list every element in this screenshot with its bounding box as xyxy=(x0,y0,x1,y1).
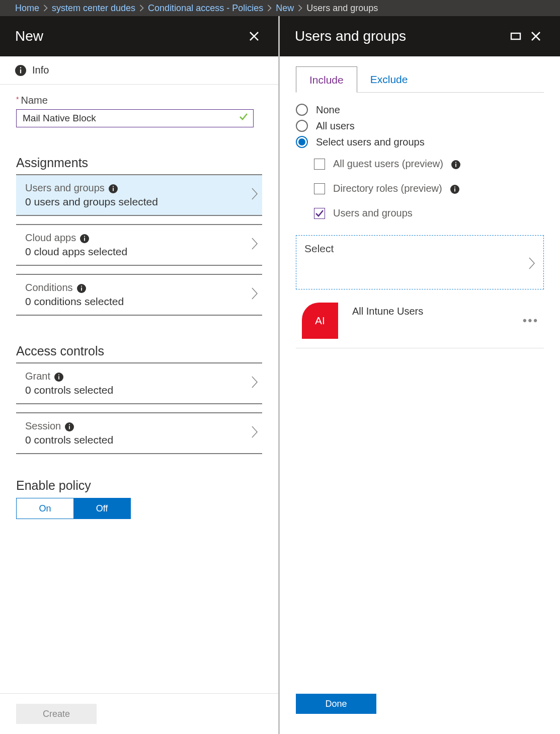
svg-rect-24 xyxy=(454,186,455,187)
info-icon[interactable] xyxy=(109,184,118,193)
setting-subtitle: 0 controls selected xyxy=(25,384,251,396)
radio-select-users-groups[interactable]: Select users and groups xyxy=(296,136,544,148)
radio-all-users[interactable]: All users xyxy=(296,120,544,132)
blade-users-and-groups: Users and groups Include Exclude None xyxy=(280,16,560,734)
chevron-right-icon xyxy=(251,425,258,441)
setting-subtitle: 0 controls selected xyxy=(25,434,251,446)
info-bar[interactable]: Info xyxy=(0,56,278,85)
select-box[interactable]: Select xyxy=(296,235,544,289)
breadcrumb: Home system center dudes Conditional acc… xyxy=(0,0,560,16)
name-input[interactable] xyxy=(16,109,254,127)
info-icon[interactable] xyxy=(80,234,89,243)
check-users-and-groups[interactable]: Users and groups xyxy=(314,207,544,219)
setting-conditions[interactable]: Conditions 0 conditions selected xyxy=(16,274,262,316)
chevron-right-icon xyxy=(139,5,144,12)
setting-title: Cloud apps xyxy=(25,232,76,244)
setting-session[interactable]: Session 0 controls selected xyxy=(16,412,262,454)
svg-rect-17 xyxy=(69,424,70,425)
radio-icon xyxy=(296,104,308,116)
blade-title: Users and groups xyxy=(295,28,507,44)
svg-rect-21 xyxy=(455,162,456,163)
svg-rect-5 xyxy=(113,186,114,187)
setting-cloud-apps[interactable]: Cloud apps 0 cloud apps selected xyxy=(16,224,262,266)
svg-rect-1 xyxy=(20,69,21,73)
info-icon[interactable] xyxy=(54,373,63,382)
breadcrumb-conditional-access[interactable]: Conditional access - Policies xyxy=(148,3,263,14)
avatar: AI xyxy=(302,303,338,339)
setting-grant[interactable]: Grant 0 controls selected xyxy=(16,363,262,404)
info-icon xyxy=(15,65,26,76)
more-icon[interactable]: ••• xyxy=(523,314,542,327)
radio-label: All users xyxy=(316,120,355,132)
check-label: All guest users (preview) xyxy=(333,158,443,170)
blade-header-users-groups: Users and groups xyxy=(280,16,560,56)
select-label: Select xyxy=(304,243,528,255)
setting-subtitle: 0 cloud apps selected xyxy=(25,246,251,258)
checkbox-icon xyxy=(314,159,325,170)
svg-rect-2 xyxy=(20,67,21,68)
checkbox-icon xyxy=(314,183,325,194)
svg-rect-20 xyxy=(455,164,456,167)
info-icon[interactable] xyxy=(451,160,460,169)
close-icon[interactable] xyxy=(527,27,545,45)
access-controls-heading: Access controls xyxy=(16,344,262,358)
breadcrumb-home[interactable]: Home xyxy=(15,3,39,14)
setting-title: Grant xyxy=(25,371,50,382)
maximize-icon[interactable] xyxy=(507,27,525,45)
info-icon[interactable] xyxy=(450,185,459,194)
chevron-right-icon xyxy=(251,287,258,303)
create-button[interactable]: Create xyxy=(16,704,97,724)
check-label: Users and groups xyxy=(333,207,413,219)
blade-title: New xyxy=(15,28,245,44)
svg-rect-23 xyxy=(454,188,455,191)
radio-none[interactable]: None xyxy=(296,104,544,116)
svg-rect-11 xyxy=(81,285,82,286)
tab-include[interactable]: Include xyxy=(296,66,357,93)
svg-rect-8 xyxy=(84,236,85,237)
svg-rect-10 xyxy=(81,287,82,290)
chevron-right-icon xyxy=(251,376,258,391)
svg-rect-18 xyxy=(511,33,520,39)
radio-icon xyxy=(296,136,308,148)
svg-rect-13 xyxy=(58,376,59,379)
tab-exclude[interactable]: Exclude xyxy=(357,66,421,93)
chevron-right-icon xyxy=(528,257,535,272)
setting-subtitle: 0 users and groups selected xyxy=(25,196,251,208)
setting-title: Conditions xyxy=(25,282,73,293)
info-icon[interactable] xyxy=(77,284,86,293)
blade-new: New Info *Name Assignments xyxy=(0,16,280,734)
enable-policy-toggle[interactable]: On Off xyxy=(16,498,131,519)
assignments-heading: Assignments xyxy=(16,156,262,170)
setting-users-and-groups[interactable]: Users and groups 0 users and groups sele… xyxy=(16,175,262,216)
chevron-right-icon xyxy=(251,237,258,253)
check-label: Directory roles (preview) xyxy=(333,183,442,194)
toggle-off[interactable]: Off xyxy=(73,498,130,519)
chevron-right-icon xyxy=(298,5,302,12)
close-icon[interactable] xyxy=(245,27,263,45)
done-button[interactable]: Done xyxy=(296,694,376,714)
svg-rect-7 xyxy=(84,238,85,241)
check-directory-roles[interactable]: Directory roles (preview) xyxy=(314,183,544,194)
setting-subtitle: 0 conditions selected xyxy=(25,296,251,308)
name-label: *Name xyxy=(16,95,262,106)
chevron-right-icon xyxy=(43,5,48,12)
svg-rect-16 xyxy=(69,426,70,429)
check-all-guest-users[interactable]: All guest users (preview) xyxy=(314,158,544,170)
group-row[interactable]: AI All Intune Users ••• xyxy=(296,297,544,348)
enable-policy-heading: Enable policy xyxy=(16,478,262,493)
toggle-on[interactable]: On xyxy=(17,498,73,519)
svg-rect-14 xyxy=(58,374,59,375)
required-icon: * xyxy=(16,95,19,103)
checkbox-icon xyxy=(314,208,325,219)
chevron-right-icon xyxy=(251,187,258,203)
info-icon[interactable] xyxy=(65,422,74,431)
group-name: All Intune Users xyxy=(352,303,509,317)
breadcrumb-system-center-dudes[interactable]: system center dudes xyxy=(52,3,135,14)
radio-icon xyxy=(296,120,308,132)
breadcrumb-new[interactable]: New xyxy=(276,3,294,14)
svg-rect-4 xyxy=(113,188,114,191)
breadcrumb-users-and-groups: Users and groups xyxy=(306,3,378,14)
setting-title: Session xyxy=(25,420,61,432)
radio-label: None xyxy=(316,104,340,116)
setting-title: Users and groups xyxy=(25,182,105,194)
